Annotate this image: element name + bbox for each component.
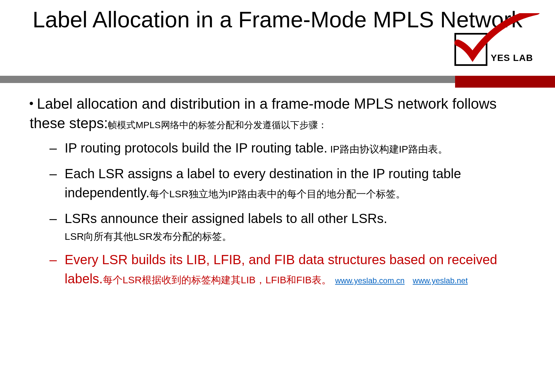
content-area: Label allocation and distribution in a f… xyxy=(30,94,531,295)
divider-red xyxy=(455,76,555,88)
sub-list: – IP routing protocols build the IP rout… xyxy=(30,138,531,289)
divider-grey xyxy=(0,76,455,83)
dash-icon: – xyxy=(49,250,57,269)
list-item: – IP routing protocols build the IP rout… xyxy=(49,138,531,157)
main-bullet: Label allocation and distribution in a f… xyxy=(30,94,531,133)
dash-icon: – xyxy=(49,209,57,228)
item-cn: LSR向所有其他LSR发布分配的标签。 xyxy=(65,229,531,244)
slide: Label Allocation in a Frame-Mode MPLS Ne… xyxy=(0,0,555,392)
item-en: LSRs announce their assigned labels to a… xyxy=(65,211,387,226)
logo-text: YES LAB xyxy=(491,53,533,63)
dash-icon: – xyxy=(49,164,57,183)
list-item: – Every LSR builds its LIB, LFIB, and FI… xyxy=(49,250,531,288)
item-cn: IP路由协议构建IP路由表。 xyxy=(327,144,448,154)
bullet-icon xyxy=(30,102,33,105)
list-item: – Each LSR assigns a label to every dest… xyxy=(49,164,531,202)
list-item: – LSRs announce their assigned labels to… xyxy=(49,209,531,244)
item-cn: 每个LSR根据收到的标签构建其LIB，LFIB和FIB表。 xyxy=(103,274,331,285)
logo: YES LAB xyxy=(448,20,542,72)
item-en: IP routing protocols build the IP routin… xyxy=(65,141,327,155)
item-cn: 每个LSR独立地为IP路由表中的每个目的地分配一个标签。 xyxy=(149,188,406,199)
main-bullet-cn: 帧模式MPLS网络中的标签分配和分发遵循以下步骤： xyxy=(108,120,327,130)
link-yeslab-net[interactable]: www.yeslab.net xyxy=(413,276,468,285)
link-yeslab-cn[interactable]: www.yeslab.com.cn xyxy=(335,276,405,285)
dash-icon: – xyxy=(49,138,57,157)
footer-links: www.yeslab.com.cn www.yeslab.net xyxy=(335,276,474,285)
